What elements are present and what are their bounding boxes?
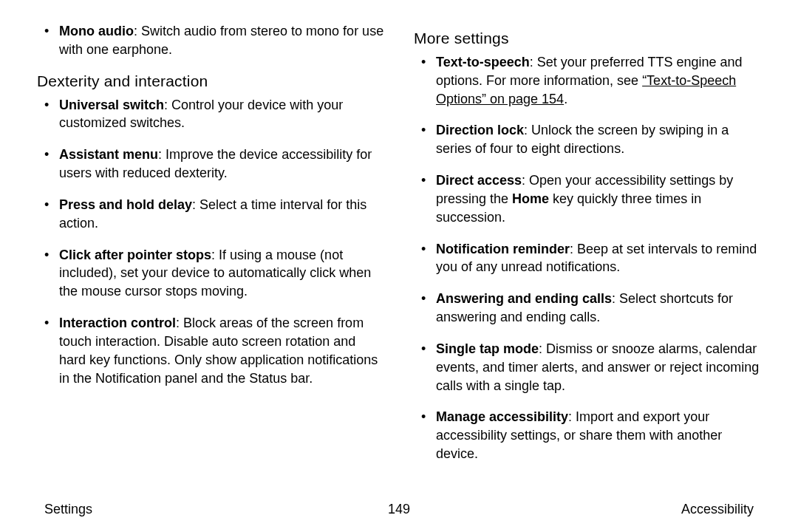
footer: Settings 149 Accessibility	[37, 494, 761, 517]
item-term: Universal switch	[59, 98, 164, 112]
item-term: Direct access	[436, 173, 522, 188]
item-term: Single tap mode	[436, 341, 539, 356]
list-item: Press and hold delay: Select a time inte…	[37, 196, 384, 233]
left-column: Mono audio: Switch audio from stereo to …	[37, 22, 384, 494]
footer-right: Accessibility	[517, 502, 754, 517]
list-item: Text-to-speech: Set your preferred TTS e…	[414, 53, 761, 108]
list-item: Interaction control: Block areas of the …	[37, 314, 384, 387]
list-item: Direction lock: Unlock the screen by swi…	[414, 121, 761, 158]
columns: Mono audio: Switch audio from stereo to …	[37, 22, 761, 494]
item-term: Manage accessibility	[436, 409, 568, 424]
item-term: Answering and ending calls	[436, 291, 612, 306]
item-term: Interaction control	[59, 316, 176, 330]
list-item: Click after pointer stops: If using a mo…	[37, 246, 384, 301]
list-item: Manage accessibility: Import and export …	[414, 408, 761, 463]
list-item: Direct access: Open your accessibility s…	[414, 171, 761, 226]
section-heading-more-settings: More settings	[414, 30, 761, 47]
item-tail: .	[564, 92, 567, 106]
list-item: Assistant menu: Improve the device acces…	[37, 146, 384, 183]
item-term: Mono audio	[59, 24, 134, 38]
section-heading-dexterity: Dexterity and interaction	[37, 72, 384, 90]
more-settings-list: Text-to-speech: Set your preferred TTS e…	[414, 53, 761, 463]
item-term: Notification reminder	[436, 242, 570, 256]
dexterity-list: Universal switch: Control your device wi…	[37, 96, 384, 388]
item-term: Assistant menu	[59, 147, 158, 162]
list-above-section: Mono audio: Switch audio from stereo to …	[37, 22, 384, 59]
footer-page-number: 149	[281, 502, 517, 517]
item-mid-bold: Home	[512, 191, 549, 206]
item-term: Click after pointer stops	[59, 248, 211, 262]
list-item: Answering and ending calls: Select short…	[414, 290, 761, 327]
item-term: Press and hold delay	[59, 197, 192, 212]
list-item: Mono audio: Switch audio from stereo to …	[37, 22, 384, 59]
list-item: Notification reminder: Beep at set inter…	[414, 240, 761, 277]
list-item: Universal switch: Control your device wi…	[37, 96, 384, 133]
item-term: Text-to-speech	[436, 55, 530, 69]
list-item: Single tap mode: Dismiss or snooze alarm…	[414, 340, 761, 395]
footer-left: Settings	[44, 502, 281, 517]
page: Mono audio: Switch audio from stereo to …	[0, 0, 798, 532]
item-term: Direction lock	[436, 123, 524, 137]
right-column: More settings Text-to-speech: Set your p…	[414, 22, 761, 494]
